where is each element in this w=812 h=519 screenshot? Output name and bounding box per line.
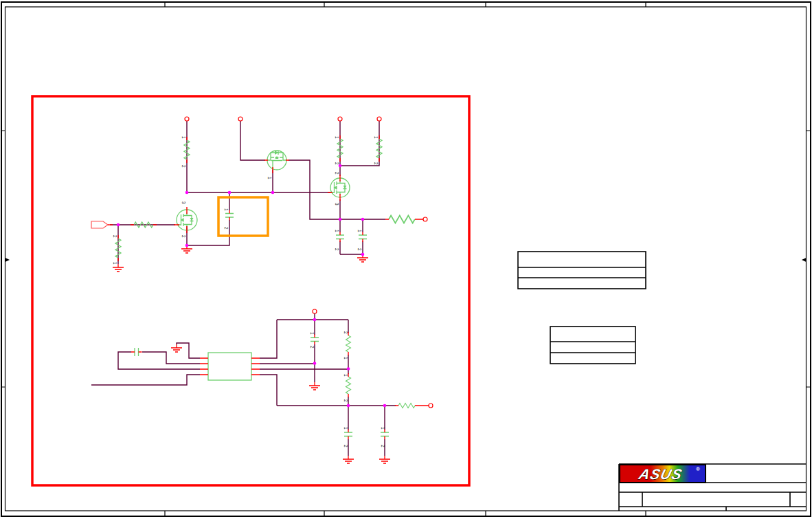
pin-number-label: 1 [357,230,362,232]
pin-number-label: 1 [224,208,229,211]
pin-number-label: 1 [113,262,117,265]
capacitor [336,232,344,243]
pin-number-label: 1 [181,136,186,139]
pin-number-label: 2 [335,248,339,251]
bottom-circuit [91,309,433,463]
mosfet [328,175,350,201]
upper-note-table [518,252,646,289]
capacitor [311,335,319,345]
pin-number-label: 1 [343,374,348,377]
pin-number-label: 2 [181,165,186,168]
pin-number-label: 1 [343,427,348,430]
resistor [115,235,121,261]
power-terminal [185,117,189,121]
power-terminal [313,309,317,313]
capacitor [344,430,352,440]
ground-symbol [379,456,390,463]
mosfet [174,207,197,233]
ground-symbol [171,344,182,352]
pin-number-label: 1 [310,332,315,335]
resistor [337,135,343,162]
resistor [346,373,350,397]
highlight-box [218,197,268,236]
lower-note-table [550,327,635,364]
resistor [346,332,351,355]
pin-number-label: 2 [335,162,339,165]
pin-number-label: 2 [181,235,186,238]
pin-number-label: 1 [343,357,348,360]
center-marker-left [5,258,10,262]
power-terminal [338,117,342,121]
brand-text: ASUS [637,466,684,483]
mosfet [264,151,289,173]
pin-number-label: 2 [357,248,362,251]
sheet-border [1,2,811,516]
zone-ticks-top [165,2,646,7]
pin-number-label: 1 [267,177,272,179]
ground-symbol [113,264,124,272]
title-block: ASUS ® [619,464,807,511]
pin-number-label: 2 [113,235,117,238]
pin-number-label: 3 [181,201,186,204]
resistor [376,135,382,162]
resistor [395,404,429,408]
schematic-sheet: 12322112112122312121221121212 ASUS ® [0,0,812,519]
ic-block [200,353,260,380]
ground-symbol [343,456,354,463]
pin-number-label: 3 [335,203,339,206]
junction-dots [117,164,365,256]
resistor [184,137,190,163]
registered-mark: ® [696,466,700,472]
pin-number-label: 1 [374,136,379,139]
output-terminal [423,217,427,221]
pin-number-label: 1 [335,230,339,232]
outer-border [1,2,811,516]
capacitor [381,430,389,440]
power-terminal [238,117,243,121]
pin-number-label: 2 [343,445,348,448]
junction-dots [313,318,387,408]
schematic-canvas: 12322112112122312121221121212 ASUS ® [0,0,812,519]
capacitor [225,210,234,221]
pin-number-label: 2 [343,331,348,334]
pin-number-label: 1 [381,427,385,430]
resistor [385,216,423,223]
selection-box [32,96,469,485]
inner-border [5,7,807,511]
zone-ticks-bottom [165,511,646,516]
ground-symbol [309,382,320,390]
pin-number-label: 2 [343,399,348,402]
pin-number-label: 2 [224,227,229,230]
power-terminal [377,117,381,121]
pin-number-label: 2 [335,172,339,175]
ic-pins [200,358,260,375]
input-port [91,221,113,228]
capacitor [359,232,367,243]
resistor [131,222,157,228]
output-terminal [429,404,433,408]
asus-logo: ASUS ® [620,465,706,483]
center-marker-right [802,258,807,262]
capacitor [131,348,142,356]
top-circuit [91,117,427,272]
pin-number-label: 2 [381,445,385,448]
pin-number-label: 1 [335,136,339,139]
pin-number-label: 2 [310,346,315,349]
pin-number-label: 2 [374,162,379,165]
